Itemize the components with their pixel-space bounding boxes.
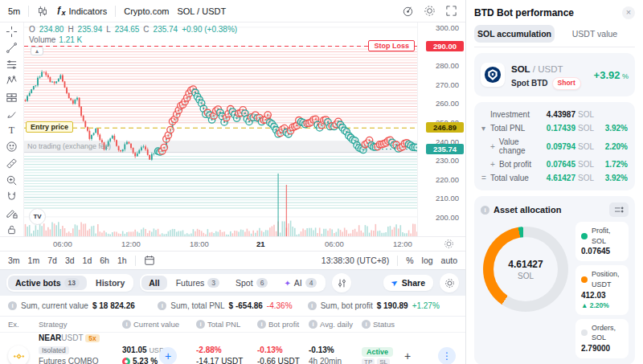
close-label: C xyxy=(143,25,149,34)
col-avg-daily[interactable]: iAvg. daily xyxy=(309,320,362,329)
short-badge: Short xyxy=(552,77,581,90)
ohlc-legend: O234.80 H235.94 L234.65 C235.74 +0.90 (+… xyxy=(29,25,237,34)
candle-style-button[interactable] xyxy=(37,6,48,17)
app-root: 5m ƒx Indicators Crypto.com SOL / USDT xyxy=(0,0,643,364)
col-current-value[interactable]: iCurrent value xyxy=(122,320,196,329)
fullscreen-icon[interactable] xyxy=(445,5,457,17)
brush-tool-icon[interactable] xyxy=(3,108,21,121)
gauge-percent: 5.23 % xyxy=(133,357,158,364)
filter-futures[interactable]: Futures3 xyxy=(169,276,227,290)
filter-all[interactable]: All xyxy=(141,276,166,290)
zoom-in-tool-icon[interactable] xyxy=(3,174,21,187)
price-tick: 210.00 xyxy=(436,194,459,202)
pattern-tool-icon[interactable] xyxy=(3,75,21,88)
info-icon[interactable]: i xyxy=(308,301,317,310)
lock-all-icon[interactable] xyxy=(3,223,21,236)
price-axis[interactable]: 300.00290.00280.00270.00260.00250.00240.… xyxy=(417,22,465,236)
asset-allocation-card: i Asset allocation 4.61427 SOL Profit, S… xyxy=(474,196,635,364)
allocation-donut[interactable]: 4.61427 SOL xyxy=(481,222,571,317)
tp-badge: TP xyxy=(362,358,375,364)
pair-base: SOL xyxy=(511,64,530,74)
text-tool-icon[interactable]: T xyxy=(3,124,21,137)
volume-label: Volume xyxy=(29,35,55,44)
info-icon[interactable]: i xyxy=(481,206,489,215)
current-value: 301.05 xyxy=(122,346,147,354)
go-to-date-icon[interactable] xyxy=(144,255,155,266)
bot-table-row[interactable]: NEARUSDT 5x Isolated Futures COMBO Long … xyxy=(0,333,465,364)
col-bot-profit[interactable]: iBot profit xyxy=(257,320,309,329)
status-cell: Active TPSL + ⋮ xyxy=(362,347,457,364)
bots-summary-row: iSum, current value$ 18 824.26iSum, tota… xyxy=(0,296,465,317)
filter-spot[interactable]: Spot6 xyxy=(228,276,275,290)
auto-scale-button[interactable]: auto xyxy=(441,256,457,265)
add-funds-button[interactable]: + xyxy=(404,350,411,362)
range-6h[interactable]: 6h xyxy=(100,256,109,265)
tab-history[interactable]: History xyxy=(88,276,132,290)
col-total-pnl[interactable]: iTotal PNL xyxy=(196,320,257,329)
compass-icon[interactable] xyxy=(402,5,414,17)
range-1h[interactable]: 1h xyxy=(117,256,127,265)
share-button[interactable]: ➤Share xyxy=(383,275,433,291)
settings-gear-icon[interactable] xyxy=(424,5,436,17)
tab-active-bots[interactable]: Active bots13 xyxy=(8,276,87,290)
chart-canvas[interactable]: O234.80 H235.94 L234.65 C235.74 +0.90 (+… xyxy=(24,22,417,236)
indicators-button[interactable]: ƒx Indicators xyxy=(56,5,107,17)
price-tick: 300.00 xyxy=(436,23,459,32)
crosshair-tool-icon[interactable] xyxy=(3,25,21,39)
magnet-tool-icon[interactable] xyxy=(3,190,21,203)
bots-tab-group: Active bots13History xyxy=(6,274,133,292)
measure-tool-icon[interactable] xyxy=(3,157,21,170)
symbol-button[interactable]: SOL / USDT xyxy=(177,6,226,16)
range-3d[interactable]: 3d xyxy=(65,256,75,265)
count-badge: 4 xyxy=(305,278,317,288)
percent-scale-button[interactable]: % xyxy=(406,256,413,265)
change-value: +0.90 (+0.38%) xyxy=(182,25,237,34)
entry-price-label[interactable]: Entry price xyxy=(26,121,73,133)
price-tick: 220.00 xyxy=(436,175,459,184)
position-tool-icon[interactable] xyxy=(3,91,21,104)
time-tick: 18:00 xyxy=(190,239,209,248)
row-menu-button[interactable]: ⋮ xyxy=(438,347,456,364)
info-icon[interactable]: i xyxy=(8,301,17,310)
no-trading-zone-label: No trading (exchange fee) xyxy=(27,142,111,150)
range-7d[interactable]: 7d xyxy=(47,256,57,265)
emoji-tool-icon[interactable] xyxy=(3,141,21,154)
tab-usdt-value[interactable]: USDT value xyxy=(555,25,635,43)
quick-add-button[interactable]: + xyxy=(159,347,177,364)
low-label: L xyxy=(106,25,111,34)
clock[interactable]: 13:38:30 (UTC+8) xyxy=(322,256,389,265)
tradingview-logo[interactable]: TV xyxy=(29,208,46,225)
range-1d[interactable]: 1d xyxy=(83,256,92,265)
close-icon[interactable]: × xyxy=(622,6,635,19)
channel-tool-icon[interactable] xyxy=(3,58,21,72)
info-icon[interactable]: i xyxy=(158,301,166,310)
filter-ai[interactable]: ✦AI4 xyxy=(276,276,324,290)
legend-toggle-button[interactable] xyxy=(609,202,629,217)
tab-sol-accumulation[interactable]: SOL accumulation xyxy=(474,25,555,43)
price-chip: 246.89 xyxy=(426,122,464,133)
stop-loss-label[interactable]: Stop Loss xyxy=(368,40,415,51)
donut-total: 4.61427 xyxy=(508,259,543,270)
filter-sliders-button[interactable] xyxy=(332,273,351,292)
legend-collapse-button[interactable]: ▴ xyxy=(31,47,43,55)
interval-button[interactable]: 5m xyxy=(8,6,20,16)
range-3m[interactable]: 3m xyxy=(8,256,20,265)
drawing-lock-icon[interactable] xyxy=(3,207,21,220)
col-status[interactable]: iStatus xyxy=(362,320,457,329)
trendline-tool-icon[interactable] xyxy=(3,42,21,55)
time-axis[interactable]: 06:0012:0018:002106:0012:00 xyxy=(0,236,465,251)
log-scale-button[interactable]: log xyxy=(422,256,433,265)
panel-tabs: SOL accumulation USDT value xyxy=(474,25,635,47)
bots-settings-button[interactable] xyxy=(440,273,459,292)
info-icon: i xyxy=(362,320,371,329)
legend-profit-sol[interactable]: Profit, SOL0.07645 xyxy=(575,222,629,261)
total-pnl-pct: -2.88% xyxy=(196,346,222,354)
pair-card: SOL / USDT Spot BTD Short +3.92 % xyxy=(474,53,635,96)
exchange-button[interactable]: Crypto.com xyxy=(124,6,169,16)
range-1m[interactable]: 1m xyxy=(28,256,40,265)
legend-position-usdt[interactable]: Position, USDT412.03▲ 2.20% xyxy=(575,265,629,314)
stat-total-pnl: ▾Total PNL0.17439SOL3.92% xyxy=(481,121,628,135)
candlestick-icon xyxy=(37,6,48,17)
time-axis-settings-icon[interactable] xyxy=(444,239,454,249)
legend-orders-sol[interactable]: Orders, SOL2.79000 xyxy=(575,319,629,358)
